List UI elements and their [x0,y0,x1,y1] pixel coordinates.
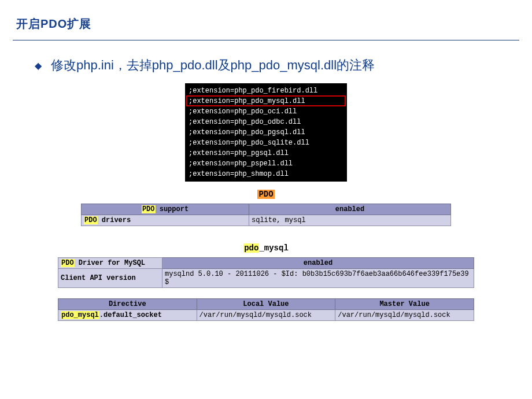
table-cell: /var/run/mysqld/mysqld.sock [197,310,335,321]
code-line: ;extension=php_pspell.dll [185,158,347,169]
code-line: ;extension=php_pdo_mysql.dll [185,96,347,106]
table-cell: Client API version [58,269,162,288]
code-line: ;extension=php_pdo_sqlite.dll [185,138,347,148]
bullet-item: ◆ 修改php.ini，去掉php_pdo.dll及php_pdo_mysql.… [35,57,532,74]
table-header: enabled [162,258,474,269]
code-block: ;extension=php_pdo_firebird.dll ;extensi… [185,83,347,182]
table-cell: /var/run/mysqld/mysqld.sock [335,310,474,321]
section-pdo-label: PDO [0,189,532,199]
table-header: Master Value [335,299,474,310]
page-title: 开启PDO扩展 [16,16,532,32]
section-pdomysql-label: pdo_mysql [0,242,532,253]
table-cell: pdo_mysql.default_socket [58,310,197,321]
diamond-icon: ◆ [35,60,42,71]
label-highlight: PDO [257,190,274,199]
phpinfo-table-pdomysql: PDO Driver for MySQL enabled Client API … [58,257,474,288]
bullet-text: 修改php.ini，去掉php_pdo.dll及php_pdo_mysql.dl… [51,57,375,74]
code-line: ;extension=php_shmop.dll [185,169,347,179]
table-cell: mysqlnd 5.0.10 - 20111026 - $Id: b0b3b15… [162,269,474,288]
label-highlight: pdo [243,243,259,253]
code-line: ;extension=php_pdo_firebird.dll [185,86,347,96]
table-header: PDO support [82,204,249,215]
code-line: ;extension=php_pgsql.dll [185,148,347,158]
table-cell: PDO drivers [82,215,249,226]
table-cell: PDO Driver for MySQL [58,258,162,269]
code-line: ;extension=php_pdo_pgsql.dll [185,127,347,138]
table-header: Directive [58,299,197,310]
phpinfo-table-pdo: PDO support enabled PDO drivers sqlite, … [81,204,451,226]
table-header: enabled [249,204,451,215]
table-cell: sqlite, mysql [249,215,451,226]
phpinfo-table-directive: Directive Local Value Master Value pdo_m… [58,298,474,321]
code-line: ;extension=php_pdo_oci.dll [185,106,347,117]
table-header: Local Value [197,299,335,310]
code-line: ;extension=php_pdo_odbc.dll [185,117,347,127]
